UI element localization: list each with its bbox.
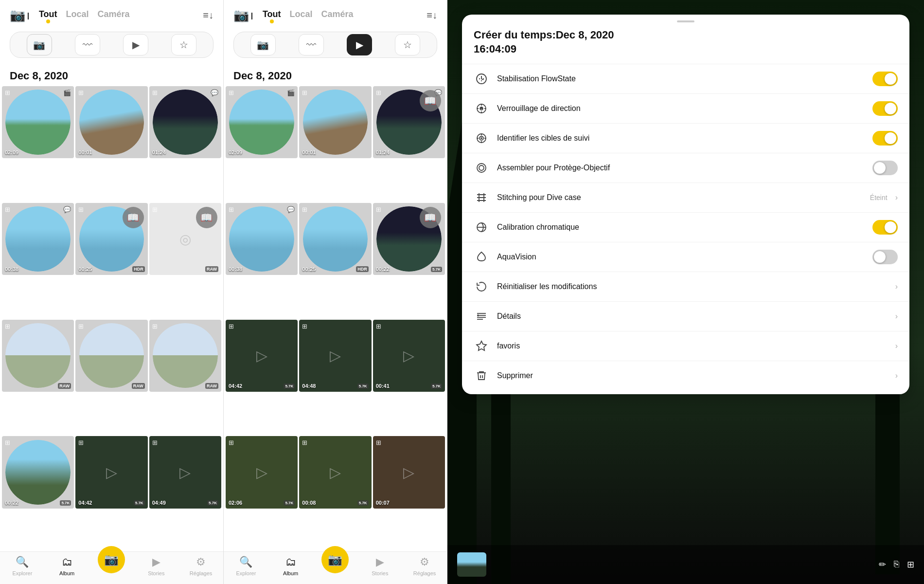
filter-video-mid[interactable]: ▶ [347,34,372,55]
nav-explorer-left[interactable]: 🔍 Explorer [0,556,45,576]
photo-cell[interactable]: ▷ ⊞ 00:41 5.7K [373,320,445,392]
photo-cell[interactable]: ⊞ RAW [75,320,147,392]
album-label-2: Album [283,570,298,576]
supprimer-icon [474,368,489,383]
filter-similar-mid[interactable]: 〰 [299,34,324,55]
camera-button-left[interactable]: 📷 [98,546,125,573]
cell-duration: 00:08 [302,500,316,506]
photo-cell[interactable]: ⊞ 02:09 🎬 [226,86,298,158]
cell-duration: 02:09 [229,149,242,155]
photo-cell[interactable]: ⊞ 02:09 🎬 [2,86,74,158]
tab-local-left[interactable]: Local [66,9,89,21]
nav-explorer-mid[interactable]: 🔍 Explorer [224,556,268,576]
tab-tout-left[interactable]: Tout [39,9,57,21]
cell-camera-icon: ⊞ [5,89,10,96]
filter-video-left[interactable]: ▶ [123,34,148,55]
photo-cell[interactable]: ▷ ⊞ 00:08 5.7K [299,436,371,508]
cell-duration: 00:25 [302,266,316,272]
photo-cell[interactable]: ⊞ RAW [2,320,74,392]
reinit-chevron: › [895,282,898,291]
scene-icon-grid[interactable]: ⊞ [907,559,914,570]
nav-stories-left[interactable]: ▶ Stories [134,556,178,576]
sort-icon-mid[interactable]: ≡↓ [426,10,437,21]
cell-camera-icon: ⊞ [302,89,307,96]
scene-icon-edit[interactable]: ✏ [879,559,886,570]
photo-cell[interactable]: ⊞ 00:22 5.7K 📖 [373,203,445,275]
nav-stories-mid[interactable]: ▶ Stories [357,556,402,576]
sort-icon-left[interactable]: ≡↓ [203,10,213,21]
toggle-aquavision[interactable] [872,250,898,264]
setting-row-details[interactable]: Détails › [462,301,909,331]
filter-star-mid[interactable]: ☆ [395,34,420,55]
nav-camera-mid[interactable]: 📷 [313,556,358,576]
photo-cell[interactable]: ⊞ 00:25 HDR 📖 [75,203,147,275]
toggle-objectif[interactable] [872,161,898,175]
photo-cell[interactable]: ▷ ⊞ 00:07 [373,436,445,508]
setting-row-supprimer[interactable]: Supprimer › [462,361,909,390]
filter-photo-mid[interactable]: 📷 [250,34,276,55]
panel-mid-header: 📷 | Tout Local Caméra ≡↓ [224,0,447,27]
stories-icon: ▶ [152,556,160,568]
explorer-label-2: Explorer [236,570,256,576]
scene-icon-share[interactable]: ⎘ [894,559,899,570]
nav-album-left[interactable]: 🗂 Album [45,556,89,576]
setting-row-favoris[interactable]: favoris › [462,331,909,361]
cell-camera-icon: ⊞ [5,323,10,330]
tab-tout-mid[interactable]: Tout [263,9,281,21]
photo-cell[interactable]: ▷ ⊞ 04:42 5.7K [75,436,147,508]
photo-cell[interactable]: ⊞ 00:25 HDR [299,203,371,275]
nav-camera-left[interactable]: 📷 [89,556,134,576]
photo-cell[interactable]: ▷ ⊞ 04:49 5.7K [149,436,221,508]
filter-photo-left[interactable]: 📷 [27,34,52,55]
cell-camera-icon: ⊞ [229,89,234,96]
tab-camera-mid[interactable]: Caméra [321,9,354,21]
photo-cell[interactable]: ⊞ 00:01 [299,86,371,158]
details-chevron: › [895,312,898,321]
photo-cell[interactable]: ⊞ 00:38 💬 [2,203,74,275]
book-icon-2: 📖 [420,90,441,111]
cell-duration: 00:38 [229,266,242,272]
photo-cell[interactable]: ▷ ⊞ 04:48 5.7K [299,320,371,392]
nav-settings-left[interactable]: ⚙ Réglages [178,556,223,576]
photo-cell[interactable]: ▷ ⊞ 04:42 5.7K [226,320,298,392]
setting-row-reinit[interactable]: Réinitialiser les modifications › [462,272,909,301]
photo-cell[interactable]: ◎ ⊞ RAW 📖 [149,203,221,275]
reinit-label: Réinitialiser les modifications [497,282,888,291]
setting-row-calibration: Calibration chromatique [462,212,909,242]
photo-cell[interactable]: ⊞ 00:22 5.7K [2,436,74,508]
photo-cell[interactable]: ⊞ 01:24 💬 📖 [373,86,445,158]
filter-star-left[interactable]: ☆ [171,34,196,55]
photo-cell[interactable]: ⊞ RAW [149,320,221,392]
toggle-calibration[interactable] [872,220,898,235]
stitching-value: Éteint [870,194,888,201]
toggle-direction[interactable] [872,101,898,116]
svg-point-14 [479,165,484,170]
toggle-stabilisation[interactable] [872,72,898,86]
stabilisation-label: Stabilisation FlowState [497,74,865,83]
toggle-cibles[interactable] [872,131,898,146]
photo-cell[interactable]: ▷ ⊞ 02:06 5.7K [226,436,298,508]
tab-local-mid[interactable]: Local [290,9,313,21]
tab-camera-left[interactable]: Caméra [98,9,130,21]
nav-album-mid[interactable]: 🗂 Album [268,556,313,576]
cell-tag: 5.7K [357,500,369,506]
cell-tag: 5.7K [431,383,442,389]
nav-settings-mid[interactable]: ⚙ Réglages [402,556,447,576]
camera-button-mid[interactable]: 📷 [321,546,349,573]
setting-row-stitching: Stitching pour Dive case Éteint › [462,182,909,212]
photo-grid-left: ⊞ 02:09 🎬 ⊞ 00:01 ⊞ 01:24 💬 ⊞ 00:38 [0,86,223,551]
cell-duration: 04:42 [78,500,92,506]
filter-similar-left[interactable]: 〰 [75,34,100,55]
toggle-knob [885,73,896,85]
cell-camera-icon: ⊞ [376,323,381,330]
toggle-knob-2 [885,103,896,114]
sheet-handle[interactable] [462,15,909,22]
photo-cell[interactable]: ⊞ 00:38 💬 [226,203,298,275]
app-logo: 📷 | [10,8,29,23]
book-icon: 📖 [123,207,144,228]
photo-cell[interactable]: ⊞ 00:01 [75,86,147,158]
cell-duration: 00:22 [376,266,390,272]
photo-cell[interactable]: ⊞ 01:24 💬 [149,86,221,158]
cell-duration: 04:49 [152,500,166,506]
cell-duration: 00:22 [5,500,18,506]
